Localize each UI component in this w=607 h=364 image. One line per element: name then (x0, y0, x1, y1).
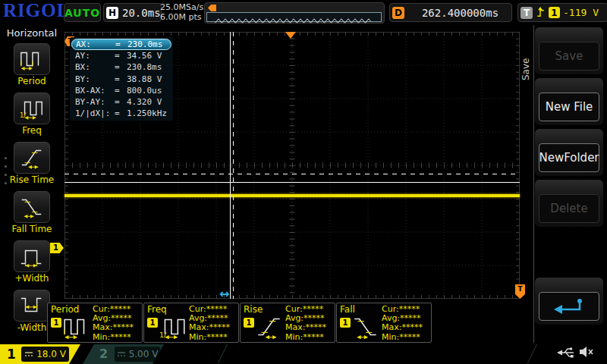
cursor-value: 230.8ms (127, 62, 168, 72)
menu-scroll-dot (5, 174, 7, 176)
cursor-move-arrow-icon[interactable]: ↔ (219, 287, 229, 301)
speaker-muted-icon (578, 346, 595, 361)
menu-item-label: Fall Time (0, 224, 64, 234)
cursor-value: 4.320 V (127, 97, 168, 107)
cursor-label: AY: (75, 51, 115, 61)
cursor-row-bx-ax: BX-AX: = 800.0us (71, 85, 171, 96)
cursor-row-by: BY: = 38.88 V (71, 74, 171, 85)
menu-item-period[interactable]: Period (0, 43, 64, 86)
rise-time-icon (14, 142, 50, 174)
channel2-number: 2 (99, 347, 108, 361)
measure-channel-badge: 1 (147, 318, 158, 328)
cursor-label: AX: (76, 39, 115, 49)
measure-channel-badge: 1 (340, 318, 351, 328)
delete-button-label: Delete (539, 194, 599, 223)
delay-box[interactable]: D 262.400000ms (389, 3, 512, 22)
dc-coupling-icon (24, 351, 33, 357)
right-menu-tab-label: Save (521, 42, 531, 80)
memory-position-bar[interactable] (204, 2, 385, 24)
cursor-measurement-panel: AX: = 230.0ms AY: = 34.56 V BX: = 230.8m… (70, 37, 173, 121)
trigger-level-value: -119 V (563, 7, 599, 18)
cursor-label: BY-AY: (75, 97, 115, 107)
freq-icon: 1/ (14, 93, 50, 124)
fall-time-icon (351, 314, 380, 343)
measure-min: Min:***** (189, 333, 230, 342)
menu-scroll-dot (5, 165, 7, 168)
cursor-bx-line[interactable] (233, 32, 234, 299)
cursor-eq: = (115, 62, 127, 72)
cursor-eq: = (115, 108, 127, 118)
measure-name: Rise (244, 304, 263, 315)
plus-width-icon (14, 240, 50, 272)
sample-rate: 25.0MSa/s (160, 2, 203, 12)
horizontal-h-icon: H (106, 7, 118, 19)
cursor-row-by-ay: BY-AY: = 4.320 V (71, 96, 171, 108)
tab-divider (527, 344, 537, 363)
cursor-label: BX-AX: (75, 86, 115, 96)
measure-item-fall[interactable]: Fall 1 Cur:***** Avg:***** Max:***** Min… (336, 303, 432, 343)
cursor-eq: = (115, 39, 127, 49)
menu-item-label: Freq (0, 125, 64, 136)
graticule: T T ↔ AX: = 230.0ms AY: = 34.56 V BX: = … (64, 32, 520, 299)
menu-item-label: Rise Time (0, 174, 64, 185)
save-button-label: Save (539, 42, 599, 71)
measure-item-rise[interactable]: Rise 1 Cur:***** Avg:***** Max:***** Min… (240, 303, 335, 343)
measure-channel-badge: 1 (51, 318, 61, 328)
measure-max: Max:***** (285, 323, 326, 332)
cursor-eq: = (115, 97, 127, 107)
back-button[interactable] (535, 278, 603, 325)
run-status-label: AUTO (64, 7, 100, 19)
menu-item-rise-time[interactable]: Rise Time (0, 142, 64, 185)
measure-name: Fall (340, 304, 355, 315)
period-icon (14, 43, 50, 75)
measure-item-freq[interactable]: Freq 1 1/ Cur:***** Avg:***** Max:***** … (143, 303, 239, 343)
svg-text:1/: 1/ (20, 111, 26, 119)
cursor-eq: = (115, 86, 127, 96)
trigger-box[interactable]: T 1 -119 V (517, 3, 607, 22)
run-status-badge[interactable]: AUTO (64, 3, 101, 22)
new-file-button[interactable]: New File (535, 78, 603, 125)
rigol-logo: RIGOL (3, 0, 70, 21)
menu-item-label: Period (0, 76, 64, 86)
trigger-t-icon: T (521, 7, 533, 19)
menu-item-freq[interactable]: 1/ Freq (0, 93, 64, 136)
memory-depth: 6.00M pts (160, 12, 203, 22)
trigger-slope-icon (536, 6, 546, 19)
measure-item-period[interactable]: Period 1 Cur:***** Avg:***** Max:***** M… (47, 303, 143, 343)
measure-channel-badge: 1 (244, 318, 254, 328)
preview-zigzag-icon (207, 17, 379, 24)
menu-item-label: +Width (0, 273, 64, 284)
horizontal-timebase-box[interactable]: H 20.0ms (103, 3, 162, 22)
cursor-label: BX: (75, 62, 115, 72)
channel2-tab[interactable]: 2 5.00 V (83, 344, 164, 364)
delete-button[interactable]: Delete (535, 180, 603, 227)
measure-name: Period (51, 304, 79, 315)
measure-min: Min:***** (285, 333, 326, 342)
memory-position-marker-icon (208, 5, 216, 11)
cursor-by-line[interactable] (64, 174, 520, 174)
cursor-ay-line[interactable] (64, 182, 520, 183)
timebase-value: 20.0ms (122, 7, 161, 19)
period-icon (62, 314, 91, 343)
trigger-position-marker-icon[interactable] (285, 32, 296, 39)
tab-divider (218, 344, 228, 363)
menu-scroll-dot (5, 182, 7, 184)
oscilloscope-screen: RIGOL AUTO H 20.0ms 25.0MSa/s 6.00M pts … (0, 0, 607, 364)
menu-item-fall-time[interactable]: Fall Time (0, 191, 64, 234)
waveform-preview (206, 12, 382, 22)
measure-max: Max:***** (189, 323, 230, 332)
cursor-value: 38.88 V (127, 74, 168, 84)
cursor-ax-line[interactable] (230, 32, 231, 299)
cursor-value: 34.56 V (127, 51, 168, 61)
cursor-value: 1.250kHz (127, 108, 168, 118)
cursor-eq: = (115, 74, 127, 84)
cursor-label: BY: (75, 74, 115, 84)
delay-d-icon: D (392, 7, 404, 19)
channel1-tab[interactable]: 1 18.0 V (0, 344, 80, 364)
new-folder-button[interactable]: NewFolder (535, 129, 603, 176)
trigger-source-badge: 1 (549, 7, 560, 18)
save-button[interactable]: Save (535, 27, 603, 74)
menu-scroll-dot (5, 157, 7, 159)
right-menu-divider (533, 25, 534, 343)
new-file-button-label: New File (539, 93, 599, 121)
